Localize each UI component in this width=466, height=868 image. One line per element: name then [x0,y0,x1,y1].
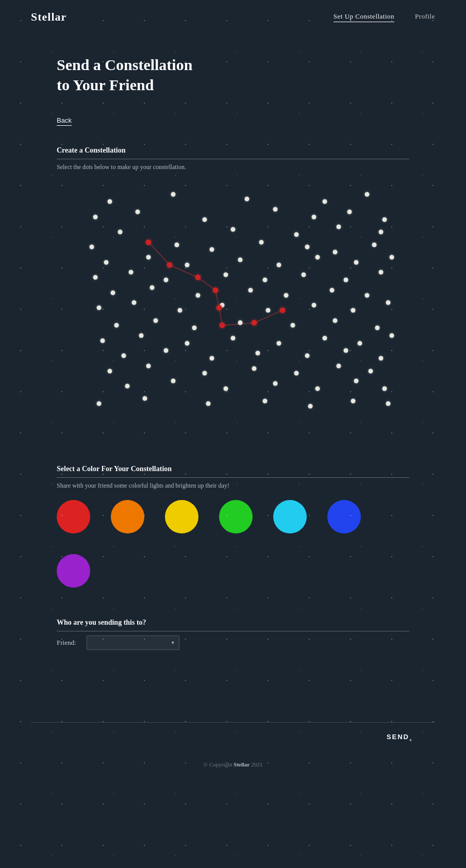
star-dot[interactable] [171,192,175,196]
star-dot[interactable] [231,227,236,232]
selected-star-dot[interactable] [195,275,201,280]
star-dot[interactable] [262,278,267,282]
star-dot[interactable] [372,242,376,247]
star-dot[interactable] [337,225,341,229]
star-dot[interactable] [337,363,341,368]
color-cyan-button[interactable] [273,500,307,533]
star-dot[interactable] [153,318,158,323]
star-dot[interactable] [343,348,348,353]
star-dot[interactable] [351,399,355,404]
star-dot[interactable] [238,257,242,262]
star-dot[interactable] [343,278,348,282]
star-dot[interactable] [294,371,299,376]
star-dot[interactable] [259,240,263,244]
star-dot[interactable] [308,404,313,409]
star-dot[interactable] [185,262,190,267]
star-dot[interactable] [164,278,169,282]
star-dot[interactable] [266,308,271,312]
star-dot[interactable] [209,247,214,252]
color-red-button[interactable] [57,500,90,533]
star-dot[interactable] [146,255,151,260]
star-dot[interactable] [255,351,260,356]
star-dot[interactable] [97,306,102,310]
star-dot[interactable] [203,217,207,222]
star-dot[interactable] [379,356,384,361]
star-dot[interactable] [104,260,108,264]
nav-link-setup[interactable]: Set Up Constellation [334,12,394,22]
color-yellow-button[interactable] [165,500,198,533]
star-dot[interactable] [273,207,278,211]
star-dot[interactable] [386,301,390,305]
star-dot[interactable] [125,383,129,388]
star-dot[interactable] [273,381,278,386]
color-orange-button[interactable] [111,500,144,533]
star-dot[interactable] [389,255,394,260]
star-dot[interactable] [118,230,123,235]
star-dot[interactable] [107,199,112,204]
star-dot[interactable] [368,369,373,373]
selected-star-dot[interactable] [167,262,172,268]
star-dot[interactable] [174,242,179,247]
star-dot[interactable] [128,270,133,275]
star-dot[interactable] [382,217,387,222]
star-dot[interactable] [195,293,200,297]
star-dot[interactable] [364,293,369,297]
star-dot[interactable] [248,288,253,292]
selected-star-dot[interactable] [145,239,151,245]
selected-star-dot[interactable] [279,307,285,313]
star-dot[interactable] [333,250,338,255]
star-dot[interactable] [333,318,338,323]
selected-star-dot[interactable] [252,320,257,326]
star-dot[interactable] [315,386,320,391]
star-dot[interactable] [139,333,144,338]
star-dot[interactable] [386,402,390,406]
star-dot[interactable] [146,363,151,368]
star-dot[interactable] [305,245,309,249]
star-dot[interactable] [252,366,257,371]
star-dot[interactable] [245,197,249,202]
star-dot[interactable] [149,285,154,290]
star-dot[interactable] [231,336,236,340]
star-dot[interactable] [315,255,320,260]
star-dot[interactable] [206,402,211,406]
star-dot[interactable] [389,333,394,338]
star-dot[interactable] [132,301,137,305]
star-dot[interactable] [164,348,169,353]
selected-star-dot[interactable] [220,323,225,328]
star-dot[interactable] [224,386,228,391]
star-dot[interactable] [284,293,288,297]
color-purple-button[interactable] [57,554,90,588]
star-dot[interactable] [358,341,362,345]
star-dot[interactable] [143,396,147,401]
star-dot[interactable] [354,260,359,264]
star-dot[interactable] [364,192,369,196]
star-dot[interactable] [379,230,384,235]
star-dot[interactable] [178,308,182,312]
constellation-area[interactable] [57,181,409,434]
star-dot[interactable] [262,399,267,404]
star-dot[interactable] [185,341,190,345]
star-dot[interactable] [322,336,327,340]
star-dot[interactable] [171,379,175,383]
star-dot[interactable] [114,323,119,328]
back-button[interactable]: Back [57,116,72,126]
star-dot[interactable] [354,379,359,383]
star-dot[interactable] [209,356,214,361]
color-blue-button[interactable] [327,500,361,533]
star-dot[interactable] [312,303,317,308]
star-dot[interactable] [100,338,105,343]
star-dot[interactable] [305,354,309,358]
star-dot[interactable] [136,209,140,214]
star-dot[interactable] [276,262,281,267]
star-dot[interactable] [291,323,295,328]
star-dot[interactable] [382,386,387,391]
star-dot[interactable] [93,214,98,219]
selected-star-dot[interactable] [216,305,222,311]
star-dot[interactable] [90,245,94,249]
star-dot[interactable] [276,341,281,345]
star-dot[interactable] [294,232,299,237]
star-dot[interactable] [322,199,327,204]
color-green-button[interactable] [219,500,253,533]
star-dot[interactable] [379,270,384,275]
friend-select[interactable] [87,636,179,650]
